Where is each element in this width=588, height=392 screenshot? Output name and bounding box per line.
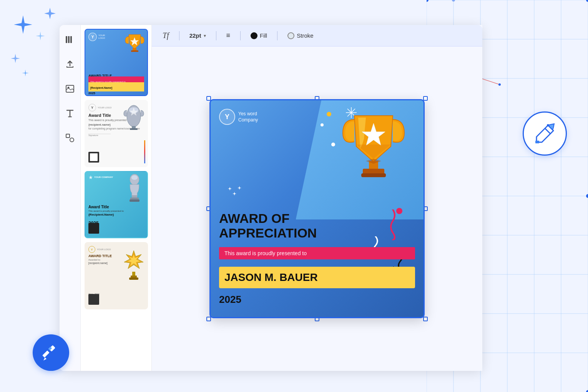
cert-presented-text: This award is proudly presented to bbox=[224, 250, 307, 256]
cert-squiggle-pink bbox=[385, 209, 400, 240]
toolbar-divider-2 bbox=[216, 31, 216, 40]
svg-point-18 bbox=[452, 0, 455, 2]
tmpl3-recipient: {Recipient.Name} bbox=[88, 213, 124, 216]
handle-tr[interactable] bbox=[423, 96, 428, 101]
templates-panel: Y YOURLOGO AWARD TITLE bbox=[81, 25, 152, 371]
svg-rect-31 bbox=[66, 36, 67, 43]
svg-rect-55 bbox=[131, 276, 137, 277]
cert-dot-pink bbox=[396, 208, 402, 214]
upload-icon bbox=[66, 60, 74, 68]
svg-rect-39 bbox=[133, 48, 136, 50]
cert-dot-yellow bbox=[327, 112, 331, 116]
fill-button[interactable]: Fill bbox=[247, 31, 270, 41]
cert-stars-left bbox=[226, 185, 245, 200]
svg-rect-48 bbox=[132, 195, 137, 198]
svg-point-24 bbox=[498, 83, 501, 86]
cert-award-title: AWARD OF APPRECIATION bbox=[219, 211, 317, 240]
svg-rect-33 bbox=[70, 36, 72, 43]
font-style-icon: Tf bbox=[163, 31, 169, 40]
stroke-color-swatch bbox=[287, 32, 294, 39]
svg-point-30 bbox=[547, 124, 549, 126]
canvas-content: Y Yes word Company bbox=[152, 47, 482, 371]
svg-point-22 bbox=[586, 390, 588, 392]
cert-dot-white-2 bbox=[331, 143, 335, 146]
cert-logo-circle: Y bbox=[219, 109, 235, 125]
text-icon bbox=[66, 109, 74, 118]
svg-rect-72 bbox=[363, 169, 384, 174]
svg-rect-73 bbox=[361, 173, 386, 177]
svg-point-21 bbox=[586, 194, 588, 198]
stroke-button[interactable]: Stroke bbox=[284, 31, 316, 41]
cert-award-line1: AWARD OF bbox=[219, 211, 317, 226]
sparkle-top-left bbox=[35, 31, 46, 42]
award-certificate: Y Yes word Company bbox=[209, 99, 425, 318]
svg-rect-56 bbox=[129, 277, 138, 280]
svg-point-17 bbox=[427, 0, 429, 2]
cert-recipient-name: JASON M. BAUER bbox=[224, 271, 410, 284]
image-tool-button[interactable] bbox=[63, 82, 77, 96]
svg-point-47 bbox=[131, 175, 138, 180]
cert-year: 2025 bbox=[219, 294, 241, 306]
svg-rect-36 bbox=[66, 134, 70, 138]
fill-color-swatch bbox=[251, 32, 257, 39]
template-card-1[interactable]: Y YOURLOGO AWARD TITLE bbox=[85, 29, 148, 96]
font-style-button[interactable]: Tf bbox=[159, 30, 172, 42]
align-icon: ≡ bbox=[226, 32, 231, 40]
svg-rect-50 bbox=[130, 199, 140, 202]
cert-selection-wrapper: Y Yes word Company bbox=[209, 99, 425, 318]
toolbar-divider-3 bbox=[240, 31, 241, 40]
tmpl3-award-title: Award Title bbox=[88, 205, 124, 209]
fill-label: Fill bbox=[260, 32, 267, 39]
cert-logo: Y Yes word Company bbox=[219, 109, 258, 125]
svg-point-20 bbox=[586, 0, 588, 2]
font-size-dropdown-icon: ▾ bbox=[204, 33, 206, 38]
font-size-selector[interactable]: 22pt ▾ bbox=[186, 31, 209, 40]
template-card-4[interactable]: Y YOUR LOGO AWARD TITLE Awarded to: [rec… bbox=[85, 242, 148, 309]
main-editor-container: Y YOURLOGO AWARD TITLE bbox=[60, 25, 482, 371]
svg-rect-27 bbox=[42, 350, 49, 357]
text-align-button[interactable]: ≡ bbox=[223, 30, 234, 41]
stroke-label: Stroke bbox=[297, 32, 313, 39]
canvas-toolbar: Tf 22pt ▾ ≡ Fill Stroke bbox=[152, 25, 482, 47]
svg-rect-45 bbox=[130, 128, 138, 130]
handle-br[interactable] bbox=[423, 317, 428, 321]
tools-sidebar bbox=[60, 25, 81, 371]
cert-award-line2: APPRECIATION bbox=[219, 226, 317, 240]
cert-presented-bar: This award is proudly presented to bbox=[219, 247, 415, 259]
svg-point-37 bbox=[70, 138, 74, 142]
elements-tool-button[interactable] bbox=[63, 131, 77, 145]
cert-company-name: Yes word Company bbox=[238, 111, 258, 123]
pen-tool-circle[interactable] bbox=[523, 111, 567, 156]
canvas-area: Tf 22pt ▾ ≡ Fill Stroke bbox=[152, 25, 482, 371]
font-size-value: 22pt bbox=[189, 32, 201, 39]
tmpl1-year: 2025 bbox=[88, 91, 95, 95]
cert-dot-white-1 bbox=[321, 123, 324, 126]
upload-tool-button[interactable] bbox=[63, 57, 77, 71]
panels-tool-button[interactable] bbox=[63, 33, 77, 47]
svg-rect-32 bbox=[68, 36, 70, 43]
svg-rect-54 bbox=[132, 272, 135, 276]
cert-trophy bbox=[335, 108, 412, 193]
image-icon bbox=[66, 85, 74, 93]
handle-bl[interactable] bbox=[206, 317, 211, 321]
eyedropper-icon bbox=[42, 344, 60, 362]
sparkle-mid-left bbox=[21, 69, 30, 78]
svg-rect-29 bbox=[535, 141, 539, 143]
eyedropper-tool-circle[interactable] bbox=[33, 334, 69, 371]
cert-name-background: JASON M. BAUER bbox=[219, 267, 415, 288]
template-card-3[interactable]: YOUR COMPANY Award Title bbox=[85, 171, 148, 238]
toolbar-divider-1 bbox=[179, 31, 179, 40]
toolbar-divider-4 bbox=[277, 31, 277, 40]
svg-rect-44 bbox=[132, 126, 136, 128]
panels-icon bbox=[66, 36, 74, 43]
svg-rect-49 bbox=[130, 198, 139, 199]
elements-icon bbox=[66, 134, 74, 142]
tmpl1-recipient: [Recipient.Name] bbox=[90, 86, 112, 89]
template-card-2[interactable]: Y YOUR LOGO Award Title This award is pr… bbox=[85, 100, 148, 167]
pen-tool-icon bbox=[533, 122, 556, 145]
cert-logo-letter: Y bbox=[225, 113, 229, 121]
text-tool-button[interactable] bbox=[63, 106, 77, 120]
svg-rect-40 bbox=[131, 50, 138, 52]
